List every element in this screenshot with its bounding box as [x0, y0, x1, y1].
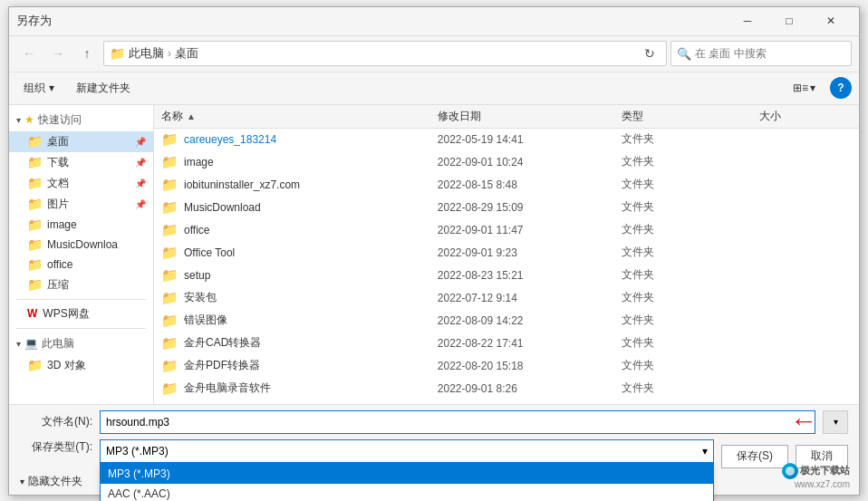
wps-icon: W [27, 307, 37, 320]
quick-access-header[interactable]: ▾ ★ 快速访问 [9, 109, 153, 131]
file-type: 文件夹 [622, 154, 759, 169]
table-row[interactable]: 📁careueyes_1832142022-05-19 14:41文件夹 [154, 129, 859, 151]
organize-label: 组织 [24, 81, 45, 96]
column-date[interactable]: 修改日期 [438, 109, 622, 124]
sidebar-item-desktop[interactable]: 📁 桌面 📌 [9, 131, 153, 152]
this-pc-header[interactable]: ▾ 💻 此电脑 [9, 332, 153, 355]
compressed-icon: 📁 [27, 277, 42, 292]
hide-folders-chevron: ▾ [20, 477, 24, 487]
filetype-dropdown: MP3 (*.MP3) AAC (*.AAC) WAV (*.WAV) FLAC… [100, 463, 714, 502]
save-button[interactable]: 保存(S) [721, 445, 788, 468]
pin-icon-documents: 📌 [135, 178, 146, 188]
quick-access-star-icon: ★ [24, 113, 34, 126]
file-type: 文件夹 [622, 131, 759, 147]
file-list: 名称 ▲ 修改日期 类型 大小 📁careueyes_1832142022-05… [154, 105, 859, 404]
sidebar-item-compressed[interactable]: 📁 压缩 [9, 275, 153, 295]
column-size[interactable]: 大小 [759, 109, 852, 124]
folder-icon: 📁 [161, 313, 178, 329]
sidebar-item-label-desktop: 桌面 [47, 134, 69, 149]
help-button[interactable]: ? [830, 77, 852, 99]
file-date: 2022-09-01 10:24 [438, 156, 622, 169]
sidebar-item-label-3d: 3D 对象 [47, 358, 86, 373]
search-input[interactable] [695, 47, 845, 60]
watermark-url: www.xz7.com [795, 479, 850, 489]
table-row[interactable]: 📁Office Tool2022-09-01 9:23文件夹 [154, 242, 859, 265]
table-row[interactable]: 📁MusicDownload2022-08-29 15:09文件夹 [154, 197, 859, 219]
file-date: 2022-09-01 11:47 [438, 224, 622, 236]
file-date: 2022-05-19 14:41 [438, 133, 622, 146]
filetype-selected[interactable]: MP3 (*.MP3) ▾ [100, 439, 714, 463]
close-button[interactable]: ✕ [810, 6, 852, 35]
sidebar-item-documents[interactable]: 📁 文档 📌 [9, 173, 153, 194]
sidebar-item-3d[interactable]: 📁 3D 对象 [9, 355, 153, 376]
breadcrumb-root: 此电脑 [129, 45, 164, 62]
organize-button[interactable]: 组织 ▾ [16, 76, 62, 100]
downloads-icon: 📁 [27, 155, 42, 169]
window-controls: ─ □ ✕ [727, 6, 852, 35]
minimize-button[interactable]: ─ [727, 6, 768, 35]
folder-icon: 📁 [161, 358, 178, 374]
table-row[interactable]: 📁setup2022-08-23 15:21文件夹 [154, 265, 859, 287]
search-bar[interactable]: 🔍 [670, 41, 852, 66]
table-row[interactable]: 📁金舟CAD转换器2022-08-22 17:41文件夹 [154, 332, 859, 355]
table-row[interactable]: 📁金舟电脑录音软件2022-09-01 8:26文件夹 [154, 378, 859, 400]
file-date: 2022-08-09 14:22 [438, 314, 622, 327]
maximize-button[interactable]: □ [768, 6, 810, 35]
refresh-button[interactable]: ↻ [639, 43, 661, 64]
file-type: 文件夹 [622, 177, 759, 192]
table-row[interactable]: 📁image2022-09-01 10:24文件夹 [154, 151, 859, 174]
col-name-label: 名称 [161, 109, 183, 124]
this-pc-label: 此电脑 [42, 336, 74, 352]
sidebar-item-wps[interactable]: W WPS网盘 [9, 303, 153, 324]
office-icon: 📁 [27, 257, 42, 272]
filetype-label: 保存类型(T): [20, 439, 92, 455]
pictures-icon: 📁 [27, 197, 42, 211]
table-row[interactable]: 📁错误图像2022-08-09 14:22文件夹 [154, 310, 859, 332]
folder-icon: 📁 [161, 381, 178, 397]
watermark-text: 极光下载站 [800, 464, 850, 477]
table-row[interactable]: 📁iobituninstaller_xz7.com2022-08-15 8:48… [154, 174, 859, 197]
back-button[interactable]: ← [16, 41, 42, 66]
file-date: 2022-09-01 8:26 [438, 382, 622, 395]
folder-icon: 📁 [161, 131, 178, 148]
up-button[interactable]: ↑ [74, 41, 100, 66]
filetype-option-mp3[interactable]: MP3 (*.MP3) [101, 464, 713, 484]
file-name-cell: 📁金舟PDF转换器 [161, 358, 438, 374]
forward-button[interactable]: → [45, 41, 71, 66]
sidebar-item-image[interactable]: 📁 image [9, 215, 153, 235]
table-row[interactable]: 📁office2022-09-01 11:47文件夹 [154, 219, 859, 242]
dialog-title: 另存为 [16, 13, 727, 29]
new-folder-button[interactable]: 新建文件夹 [69, 76, 138, 100]
breadcrumb-current: 桌面 [175, 45, 198, 62]
filename-input[interactable] [100, 410, 815, 434]
sidebar-item-label-wps: WPS网盘 [43, 306, 89, 322]
address-bar[interactable]: 📁 此电脑 › 桌面 ↻ [103, 41, 667, 66]
file-type: 文件夹 [622, 290, 759, 305]
table-row[interactable]: 📁安装包2022-07-12 9:14文件夹 [154, 287, 859, 310]
view-icon: ⊞≡ [793, 82, 808, 94]
filetype-dropdown-arrow: ▾ [702, 445, 708, 458]
sidebar-item-office[interactable]: 📁 office [9, 255, 153, 275]
filetype-option-aac[interactable]: AAC (*.AAC) [101, 484, 713, 502]
file-name: careueyes_183214 [184, 133, 276, 146]
this-pc-icon: 💻 [24, 337, 38, 350]
sidebar-item-pictures[interactable]: 📁 图片 📌 [9, 194, 153, 215]
table-row[interactable]: 📁金舟PDF转换器2022-08-20 15:18文件夹 [154, 355, 859, 378]
file-date: 2022-08-23 15:21 [438, 269, 622, 282]
file-name-cell: 📁金舟CAD转换器 [161, 335, 438, 352]
file-name-cell: 📁office [161, 222, 438, 238]
sidebar-item-musicdownload[interactable]: 📁 MusicDownloa [9, 235, 153, 255]
view-button[interactable]: ⊞≡ ▾ [786, 76, 823, 100]
column-name[interactable]: 名称 ▲ [161, 109, 438, 124]
hide-folders-section[interactable]: ▾ 隐藏文件夹 [20, 474, 82, 489]
file-name: 金舟CAD转换器 [184, 335, 261, 351]
watermark: 极光下载站 www.xz7.com [782, 463, 850, 489]
column-type[interactable]: 类型 [622, 109, 759, 124]
filename-dropdown-btn[interactable]: ▾ [823, 410, 848, 434]
sidebar-item-downloads[interactable]: 📁 下载 📌 [9, 152, 153, 173]
col-type-label: 类型 [622, 110, 643, 122]
folder-icon: 📁 [161, 290, 178, 306]
filetype-selected-label: MP3 (*.MP3) [106, 445, 169, 458]
file-type: 文件夹 [622, 199, 759, 215]
sidebar-item-label-pictures: 图片 [47, 197, 69, 212]
